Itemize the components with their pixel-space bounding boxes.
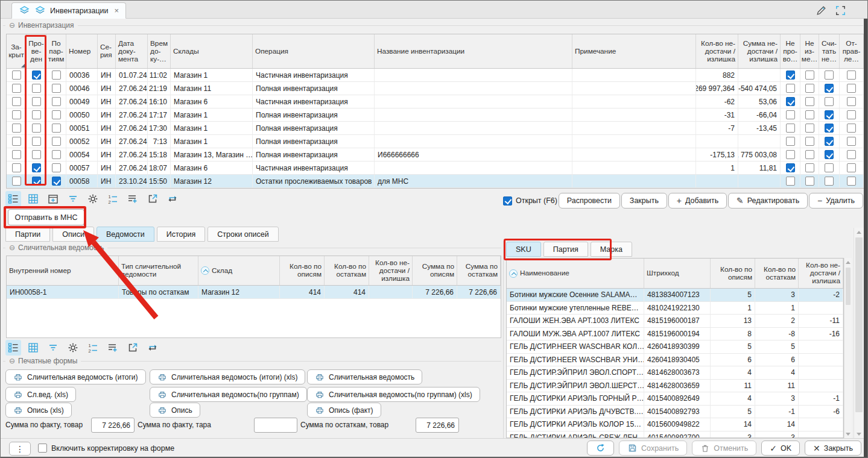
column-header[interactable]: Не про-во… [781,34,800,68]
table-row[interactable]: 00036ИН01.07.2411:02Магазин 1Частичная и… [7,69,864,82]
checkbox[interactable] [52,124,61,133]
checkbox[interactable] [786,163,795,172]
collapse-icon[interactable]: ⊖ [9,357,15,365]
checkbox[interactable] [52,110,61,119]
checkbox[interactable] [786,97,795,106]
app-tab-inventories[interactable]: Инвентаризации × [11,2,126,19]
column-header[interactable]: Сумма по описям [413,256,457,285]
list-view-icon[interactable] [5,191,21,207]
column-header[interactable]: Кол-во по остаткам [325,256,369,285]
column-header[interactable]: Название инвентаризации [375,34,572,68]
column-header[interactable]: Кол-во по описям [711,259,755,288]
tab-3[interactable]: История [157,227,205,242]
table-row[interactable]: 00051ИН27.06.2417:30Магазин 1Полная инве… [7,122,864,135]
sku-table-scrollbar[interactable] [844,258,852,438]
table-row[interactable]: ГЕЛЬ Д/СТИР.ЭЙПРИЛ ЭВОЛ.СПОРТ…4814628003… [507,366,843,380]
table-row[interactable]: ГЕЛЬ Д/СТИРКИ АРИЭЛЬ КОЛОР 15…4015600949… [507,418,843,431]
grid-icon[interactable] [25,340,41,356]
column-header[interactable]: Се-рия [98,34,116,68]
checkbox[interactable] [805,124,814,133]
calendar-icon[interactable] [45,191,61,207]
total-input[interactable] [254,418,297,433]
open-external-icon[interactable] [125,340,141,356]
column-header[interactable]: Склады [171,34,253,68]
print-button[interactable]: Сличительная ведомость (итоги) [5,369,146,384]
checkbox[interactable] [12,137,21,146]
checkbox[interactable] [12,124,21,133]
checkbox[interactable] [825,110,834,119]
column-header[interactable]: Примечание [572,34,696,68]
close-tab-icon[interactable]: × [115,6,119,15]
button-Сохранить[interactable]: Сохранить [619,441,687,456]
checkbox[interactable] [32,150,41,159]
column-header[interactable]: Сумма не-достачи / излишка [738,34,781,68]
checkbox[interactable] [847,71,856,80]
checkbox[interactable] [52,163,61,172]
print-button[interactable]: Сл.вед. (xls) [5,387,76,402]
column-header[interactable]: Штрихкод [644,259,711,288]
checkbox[interactable] [52,71,61,80]
print-button[interactable]: Сличительная ведомость [307,369,422,384]
numbered-list-icon[interactable]: 12 [105,191,121,207]
table-row[interactable]: ГЕЛЬ Д/СТИРКИ АРИЭЛЬ СВЕЖ.ЛЕН…4015400892… [507,431,843,439]
column-header[interactable]: Сумма по остаткам [457,256,501,285]
table-row[interactable]: ГАЛОШИ ЖЕН.ЭВА АРТ.1003 ЛИТЕКС4815196000… [507,315,843,328]
checkbox[interactable] [786,150,795,159]
checkbox[interactable] [805,97,814,106]
column-header[interactable]: Внутренний номер [7,256,119,285]
checkbox[interactable] [786,110,795,119]
table-row[interactable]: 00049ИН27.06.2416:10Магазин 6Частичная и… [7,95,864,108]
column-header[interactable]: Врем до-ку-… [148,34,171,68]
refresh-loop-icon[interactable] [165,191,180,207]
open-external-icon[interactable] [145,191,160,207]
checkbox[interactable] [847,84,856,93]
tab-2[interactable]: Марка [591,242,632,257]
checkbox[interactable] [805,150,814,159]
settings-icon[interactable] [65,340,81,356]
edit-pencil-icon[interactable] [814,4,828,17]
checkbox[interactable] [52,84,61,93]
list-view-icon[interactable] [5,340,21,356]
add-rows-icon[interactable] [105,340,121,356]
column-header[interactable]: Счи-тать не… [819,34,840,68]
panel-scrollbar[interactable] [854,228,864,438]
table-row[interactable]: 00052ИН27.06.247:13Магазин 1Полная инвен… [7,135,864,148]
checkbox[interactable] [805,137,814,146]
button-Закрыть[interactable]: Закрыть [621,193,667,209]
grid-icon[interactable] [25,191,41,207]
tab-1[interactable]: Партия [543,242,588,257]
checkbox[interactable] [52,137,61,146]
column-header[interactable]: Операция [253,34,375,68]
table-row[interactable]: ГЕЛЬ Д/СТИР.HEER WASCHBAR УНИ…4260418930… [507,354,843,367]
checkbox[interactable] [12,177,21,186]
button-OK[interactable]: ✓OK [761,441,800,456]
checkbox[interactable] [12,163,21,172]
tab-1[interactable]: Описи [52,227,94,242]
checkbox[interactable] [825,150,834,159]
column-header[interactable]: Кол-во по остаткам [755,259,799,288]
numbered-list-icon[interactable]: 12 [85,340,101,356]
column-header[interactable]: Кол-во не-достачи / излишка [369,256,413,285]
tab-4[interactable]: Строки описей [207,227,278,242]
print-button[interactable]: Опись (xls) [5,403,72,418]
checkbox[interactable] [32,163,41,172]
table-row[interactable]: 00057ИН27.06.2418:07Магазин 6Частичная и… [7,162,864,175]
print-button[interactable]: Сличительная ведомость (итоги) (xls) [150,369,305,384]
button-Отменить[interactable]: Отменить [692,441,756,456]
column-header[interactable]: Кол-во не-достачи / излишка [799,259,843,288]
collapse-icon[interactable]: ⊖ [9,243,15,252]
filter-icon[interactable] [65,191,81,207]
checkbox[interactable] [825,84,834,93]
column-header[interactable]: От-прав-ле… [840,34,864,68]
button-Распровести[interactable]: Распровести [559,193,620,209]
tab-2[interactable]: Ведомости [97,227,154,242]
table-row[interactable]: ИН00058-1Товары по остаткамМагазин 12414… [7,286,501,299]
table-row[interactable]: ГЕЛЬ Д/СТИРКИ АРИЭЛЬ ГОРНЫЙ Р…4015400892… [507,392,843,406]
total-input[interactable]: 7 226,66 [416,418,459,433]
column-header[interactable]: Дата доку-мента [116,34,148,68]
send-to-mns-button[interactable]: Отправить в МНС [8,209,84,225]
column-header[interactable]: Наименование [507,259,644,288]
checkbox[interactable] [847,177,856,186]
checkbox[interactable] [847,150,856,159]
scroll-down-icon[interactable] [854,430,864,438]
